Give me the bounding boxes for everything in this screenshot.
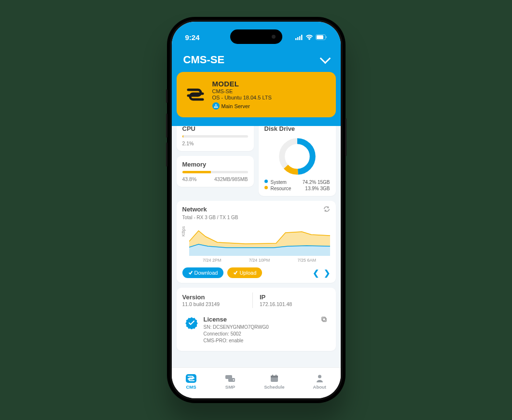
nav-smp-label: SMP bbox=[225, 384, 235, 390]
svg-rect-21 bbox=[272, 375, 273, 376]
chart-next-button[interactable]: ❯ bbox=[324, 268, 330, 278]
model-icon bbox=[185, 84, 206, 105]
svg-rect-20 bbox=[271, 376, 278, 378]
version-title: Version bbox=[182, 294, 253, 301]
battery-icon bbox=[316, 34, 327, 40]
svg-rect-1 bbox=[297, 37, 299, 40]
xtick-0: 7/24 2PM bbox=[203, 258, 221, 263]
version-value: 11.0 build 23149 bbox=[182, 301, 253, 307]
network-title: Network bbox=[182, 206, 330, 213]
svg-rect-0 bbox=[295, 38, 297, 40]
svg-point-10 bbox=[217, 107, 218, 108]
disk-donut-chart bbox=[277, 136, 318, 177]
refresh-icon[interactable] bbox=[323, 206, 330, 214]
chart-prev-button[interactable]: ❮ bbox=[313, 268, 319, 278]
model-card: MODEL CMS-SE OS - Ubuntu 18.04.5 LTS Mai… bbox=[177, 72, 336, 117]
header-title: CMS-SE bbox=[183, 54, 225, 66]
schedule-icon bbox=[269, 374, 279, 383]
download-label: Download bbox=[194, 270, 218, 276]
about-icon bbox=[314, 374, 325, 383]
status-indicators bbox=[295, 34, 327, 40]
model-label: MODEL bbox=[212, 80, 272, 88]
nav-schedule[interactable]: Schedule bbox=[264, 374, 284, 390]
network-subtitle: Total - RX 3 GB / TX 1 GB bbox=[182, 215, 330, 220]
ip-value: 172.16.101.48 bbox=[260, 301, 330, 307]
info-card: Version 11.0 build 23149 IP 172.16.101.4… bbox=[177, 288, 336, 351]
nav-about[interactable]: About bbox=[313, 374, 326, 390]
xtick-2: 7/25 6AM bbox=[297, 258, 316, 263]
ip-title: IP bbox=[260, 294, 330, 301]
upload-label: Upload bbox=[239, 270, 256, 276]
license-cmspro: CMS-PRO: enable bbox=[204, 337, 269, 344]
legend-dot-resource bbox=[264, 186, 268, 189]
memory-percent: 43.8% bbox=[182, 176, 197, 182]
disk-system-label: System bbox=[271, 180, 300, 185]
license-sn: SN: DCSENYGNMO7QRWG0 bbox=[204, 324, 269, 331]
nav-cms[interactable]: CMS bbox=[186, 374, 196, 390]
disk-system-value: 74.2% 15GB bbox=[303, 180, 330, 185]
license-title: License bbox=[204, 316, 269, 323]
smp-icon bbox=[225, 374, 235, 383]
upload-chip[interactable]: Upload bbox=[227, 267, 262, 278]
network-ylabel: KBps bbox=[181, 226, 186, 237]
disk-resource-value: 13.9% 3GB bbox=[303, 186, 330, 191]
svg-point-8 bbox=[214, 107, 215, 108]
svg-rect-22 bbox=[276, 375, 277, 376]
memory-detail: 432MB/985MB bbox=[214, 176, 248, 182]
cpu-title: CPU bbox=[182, 126, 248, 132]
cms-icon bbox=[186, 374, 196, 383]
device-notch bbox=[230, 29, 282, 44]
disk-title: Disk Drive bbox=[264, 126, 330, 132]
cellular-icon bbox=[295, 35, 303, 40]
network-chart bbox=[189, 222, 330, 256]
bottom-nav: CMS SMP Schedule About bbox=[172, 367, 341, 398]
svg-rect-2 bbox=[299, 36, 301, 40]
xtick-1: 7/24 10PM bbox=[249, 258, 270, 263]
copy-icon[interactable] bbox=[321, 316, 327, 324]
cpu-percent: 2.1% bbox=[182, 140, 194, 146]
chevron-down-icon[interactable] bbox=[319, 53, 331, 64]
memory-title: Memory bbox=[182, 161, 248, 168]
disk-resource-label: Resource bbox=[271, 186, 300, 191]
wifi-icon bbox=[305, 34, 313, 40]
svg-point-23 bbox=[318, 375, 321, 378]
nav-about-label: About bbox=[313, 384, 326, 390]
model-role: Main Server bbox=[221, 103, 250, 109]
cpu-card: CPU 2.1% bbox=[177, 126, 254, 151]
nav-smp[interactable]: SMP bbox=[225, 374, 235, 390]
svg-rect-3 bbox=[301, 35, 303, 40]
app-header: CMS-SE bbox=[172, 46, 341, 72]
download-chip[interactable]: Download bbox=[182, 267, 224, 278]
svg-point-9 bbox=[215, 107, 216, 108]
svg-rect-5 bbox=[317, 35, 323, 39]
model-name: CMS-SE bbox=[212, 88, 272, 94]
svg-rect-6 bbox=[326, 36, 327, 38]
verified-badge-icon bbox=[185, 317, 198, 329]
svg-point-7 bbox=[215, 104, 216, 105]
model-os: OS - Ubuntu 18.04.5 LTS bbox=[212, 95, 272, 100]
status-time: 9:24 bbox=[185, 33, 200, 42]
main-server-icon bbox=[212, 102, 220, 110]
nav-cms-label: CMS bbox=[186, 384, 196, 390]
memory-card: Memory 43.8% 432MB/985MB bbox=[177, 156, 254, 187]
legend-dot-system bbox=[264, 180, 268, 183]
license-connection: Connection: 5002 bbox=[204, 331, 269, 337]
nav-schedule-label: Schedule bbox=[264, 384, 284, 390]
disk-card: Disk Drive System 74.2% 15GB bbox=[259, 126, 336, 196]
network-card: Network Total - RX 3 GB / TX 1 GB KBps 7… bbox=[177, 201, 336, 283]
svg-point-18 bbox=[233, 379, 235, 380]
